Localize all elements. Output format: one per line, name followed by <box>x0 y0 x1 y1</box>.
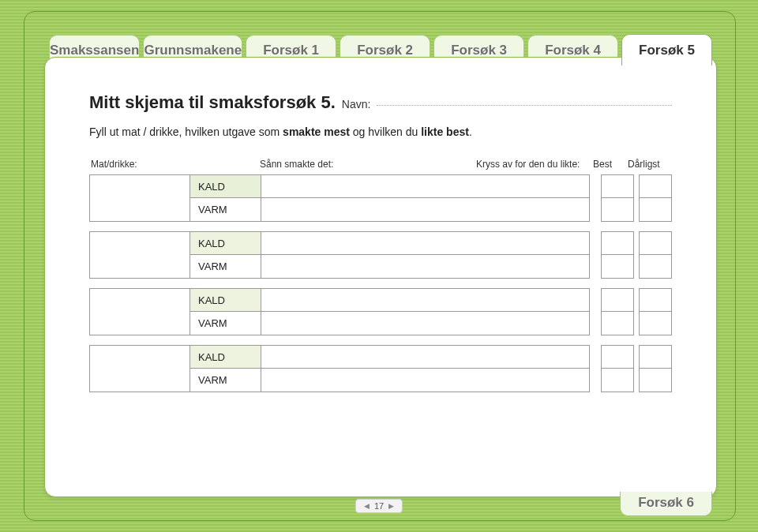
table-row: VARM <box>190 255 672 279</box>
temp-label-kald: KALD <box>190 231 261 255</box>
content-area: Mitt skjema til smaksforsøk 5. Navn: Fyl… <box>45 58 716 418</box>
header-best: Best <box>593 159 628 170</box>
table-row: VARM <box>190 369 672 392</box>
page-number-control: ◀ 17 ▶ <box>355 499 403 513</box>
temp-label-kald: KALD <box>190 288 261 312</box>
header-food: Mat/drikke: <box>89 159 190 170</box>
temp-label-kald: KALD <box>190 174 261 198</box>
spacer <box>590 174 601 198</box>
group-rows: KALDVARM <box>190 345 672 392</box>
taste-input-cell[interactable] <box>261 231 590 255</box>
taste-input-cell[interactable] <box>261 288 590 312</box>
table-body: KALDVARMKALDVARMKALDVARMKALDVARM <box>89 174 672 392</box>
table-row: KALD <box>190 231 672 255</box>
spacer <box>590 198 601 222</box>
content-card: Mitt skjema til smaksforsøk 5. Navn: Fyl… <box>44 57 717 497</box>
table-row: VARM <box>190 198 672 222</box>
best-checkbox[interactable] <box>601 231 634 255</box>
triangle-right-icon[interactable]: ▶ <box>388 502 394 510</box>
best-checkbox[interactable] <box>601 312 634 335</box>
table-group: KALDVARM <box>89 345 672 392</box>
best-checkbox[interactable] <box>601 369 634 392</box>
page-number: 17 <box>374 501 384 511</box>
worst-checkbox[interactable] <box>639 288 672 312</box>
best-checkbox[interactable] <box>601 198 634 222</box>
tab-label: Forsøk 5 <box>639 43 695 58</box>
table-group: KALDVARM <box>89 174 672 222</box>
temp-label-varm: VARM <box>190 369 261 392</box>
spacer <box>590 312 601 335</box>
tab-label: Forsøk 1 <box>263 43 319 58</box>
temp-label-kald: KALD <box>190 345 261 369</box>
worst-checkbox[interactable] <box>639 345 672 369</box>
temp-label-varm: VARM <box>190 198 261 222</box>
food-input-cell[interactable] <box>89 288 190 335</box>
group-rows: KALDVARM <box>190 288 672 335</box>
footer-tab-forsok-6[interactable]: Forsøk 6 <box>620 492 712 516</box>
table-group: KALDVARM <box>89 231 672 279</box>
title-row: Mitt skjema til smaksforsøk 5. Navn: <box>89 92 672 113</box>
taste-input-cell[interactable] <box>261 174 590 198</box>
table-row: KALD <box>190 288 672 312</box>
table-group: KALDVARM <box>89 288 672 335</box>
worst-checkbox[interactable] <box>639 174 672 198</box>
worst-checkbox[interactable] <box>639 231 672 255</box>
best-checkbox[interactable] <box>601 174 634 198</box>
tab-label: Forsøk 3 <box>451 43 507 58</box>
worst-checkbox[interactable] <box>639 198 672 222</box>
temp-label-varm: VARM <box>190 312 261 335</box>
header-check: Kryss av for den du likte: <box>476 159 593 170</box>
food-input-cell[interactable] <box>89 345 190 392</box>
name-label: Navn: <box>342 98 371 111</box>
best-checkbox[interactable] <box>601 345 634 369</box>
instruction-text: Fyll ut mat / drikke, hvilken utgave som… <box>89 126 672 138</box>
footer-tab-label: Forsøk 6 <box>638 495 694 510</box>
spacer <box>590 369 601 392</box>
tab-label: Forsøk 2 <box>357 43 413 58</box>
food-input-cell[interactable] <box>89 231 190 279</box>
taste-input-cell[interactable] <box>261 255 590 279</box>
taste-input-cell[interactable] <box>261 345 590 369</box>
worst-checkbox[interactable] <box>639 312 672 335</box>
best-checkbox[interactable] <box>601 288 634 312</box>
triangle-left-icon[interactable]: ◀ <box>364 502 370 510</box>
table-row: KALD <box>190 174 672 198</box>
worst-checkbox[interactable] <box>639 255 672 279</box>
instruction-part: . <box>469 126 472 138</box>
tab-label: Grunnsmakene <box>144 43 242 58</box>
name-input-line[interactable] <box>377 105 672 106</box>
taste-input-cell[interactable] <box>261 312 590 335</box>
spacer <box>590 345 601 369</box>
instruction-bold: likte best <box>421 126 469 138</box>
header-worst: Dårligst <box>628 159 672 170</box>
table-headers: Mat/drikke: Sånn smakte det: Kryss av fo… <box>89 159 672 170</box>
best-checkbox[interactable] <box>601 255 634 279</box>
instruction-bold: smakte mest <box>283 126 350 138</box>
instruction-part: og hvilken du <box>350 126 421 138</box>
header-temp <box>190 159 260 170</box>
spacer <box>590 255 601 279</box>
taste-input-cell[interactable] <box>261 198 590 222</box>
header-taste: Sånn smakte det: <box>260 159 476 170</box>
table-row: VARM <box>190 312 672 335</box>
table-row: KALD <box>190 345 672 369</box>
taste-input-cell[interactable] <box>261 369 590 392</box>
tab-label: Smakssansen <box>50 43 139 58</box>
page-title: Mitt skjema til smaksforsøk 5. <box>89 92 336 113</box>
temp-label-varm: VARM <box>190 255 261 279</box>
spacer <box>590 231 601 255</box>
spacer <box>590 288 601 312</box>
group-rows: KALDVARM <box>190 231 672 279</box>
food-input-cell[interactable] <box>89 174 190 222</box>
instruction-part: Fyll ut mat / drikke, hvilken utgave som <box>89 126 283 138</box>
group-rows: KALDVARM <box>190 174 672 222</box>
worst-checkbox[interactable] <box>639 369 672 392</box>
tab-forsok-5[interactable]: Forsøk 5 <box>621 34 712 66</box>
tab-label: Forsøk 4 <box>545 43 601 58</box>
